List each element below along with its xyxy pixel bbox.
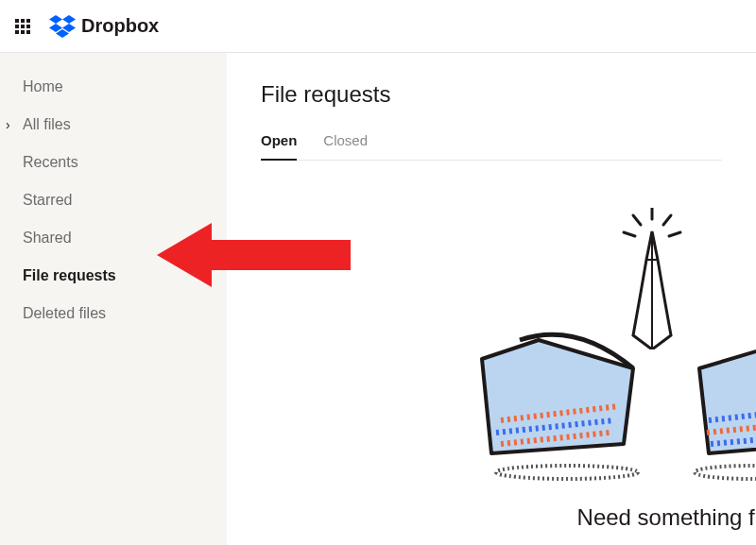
sidebar-item-home[interactable]: Home [0, 68, 227, 106]
annotation-arrow [157, 217, 355, 297]
shadow-icon [690, 463, 756, 482]
dropbox-icon [49, 15, 76, 38]
tab-open[interactable]: Open [261, 132, 297, 160]
sidebar-item-label: All files [23, 116, 71, 133]
svg-line-3 [624, 232, 635, 236]
sidebar-item-recents[interactable]: Recents [0, 144, 227, 181]
header: Dropbox [0, 0, 756, 53]
logo[interactable]: Dropbox [49, 15, 159, 38]
sidebar-item-label: Starred [23, 192, 72, 209]
sidebar-item-label: File requests [23, 267, 116, 284]
hands-icon [614, 208, 690, 349]
sidebar-item-label: Home [23, 78, 63, 95]
svg-line-1 [633, 215, 641, 225]
empty-state-illustration [472, 217, 756, 482]
sidebar-item-starred[interactable]: Starred [0, 181, 227, 219]
svg-line-2 [663, 215, 671, 225]
logo-text: Dropbox [81, 15, 159, 37]
tabs: Open Closed [261, 132, 722, 161]
tab-label: Open [261, 132, 297, 148]
shadow-icon [491, 463, 643, 482]
svg-point-5 [496, 466, 638, 479]
sidebar: Home › All files Recents Starred Shared … [0, 53, 227, 545]
sidebar-item-deleted-files[interactable]: Deleted files [0, 295, 227, 332]
empty-state: Need something from [261, 161, 756, 519]
svg-point-6 [695, 466, 756, 479]
tab-label: Closed [323, 132, 368, 148]
folder-right-icon [690, 331, 756, 463]
layout: Home › All files Recents Starred Shared … [0, 53, 756, 545]
svg-marker-7 [157, 223, 351, 287]
sidebar-item-label: Recents [23, 154, 78, 171]
sidebar-item-label: Shared [23, 230, 72, 247]
main: File requests Open Closed [227, 53, 756, 545]
chevron-right-icon[interactable]: › [6, 117, 10, 132]
folder-left-icon [472, 331, 643, 463]
page-title: File requests [261, 81, 756, 108]
tab-closed[interactable]: Closed [323, 132, 368, 160]
empty-state-heading: Need something from [577, 504, 756, 531]
sidebar-item-label: Deleted files [23, 305, 106, 322]
app-grid-icon[interactable] [15, 19, 30, 34]
svg-line-4 [669, 232, 680, 236]
sidebar-item-all-files[interactable]: › All files [0, 106, 227, 144]
